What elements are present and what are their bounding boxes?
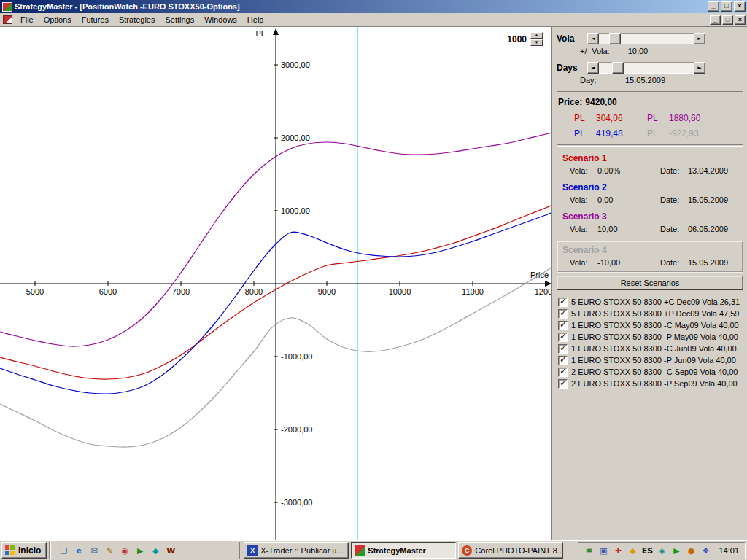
strategymaster-icon (355, 545, 365, 556)
player-icon[interactable]: ▶ (134, 545, 146, 556)
antivirus-icon[interactable]: ✚ (612, 545, 624, 556)
winamp-icon[interactable]: W (165, 545, 177, 556)
svg-text:-2000,00: -2000,00 (281, 425, 312, 434)
outlook-icon[interactable]: ✉ (88, 545, 100, 556)
position-label: 1 EURO STOXX 50 8300 -C Jun09 Vola 40,00 (571, 344, 737, 353)
vola-scroll-right-button[interactable]: ► (694, 33, 705, 44)
position-checkbox[interactable] (558, 332, 568, 342)
taskbar-separator (49, 542, 51, 559)
mdi-restore-button[interactable]: □ (722, 15, 733, 25)
position-checkbox[interactable] (558, 379, 568, 389)
mdi-minimize-button[interactable]: _ (710, 15, 721, 25)
maximize-button[interactable]: □ (721, 1, 732, 12)
position-checkbox[interactable] (558, 344, 568, 354)
menu-options[interactable]: Options (39, 14, 77, 26)
position-row: 2 EURO STOXX 50 8300 -P Sep09 Vola 40,00 (557, 378, 743, 389)
vola-readout-value: -10,00 (625, 47, 648, 55)
price-label: Price: (558, 97, 582, 107)
svg-text:-3000,00: -3000,00 (281, 498, 312, 507)
agent-icon[interactable]: ▶ (670, 545, 682, 556)
svg-text:5000: 5000 (26, 287, 44, 296)
reset-scenarios-button[interactable]: Reset Scenarios (557, 276, 743, 290)
position-checkbox[interactable] (558, 356, 568, 365)
display-icon[interactable]: ▣ (597, 545, 609, 556)
vola-scroll-left-button[interactable]: ◄ (587, 33, 599, 44)
position-row: 2 EURO STOXX 50 8300 -C Sep09 Vola 40,00 (557, 366, 743, 378)
internet-explorer-icon[interactable]: e (73, 545, 85, 556)
position-checkbox[interactable] (558, 368, 568, 377)
days-scroll-right-button[interactable]: ► (694, 62, 705, 74)
network-icon[interactable]: ❖ (700, 545, 711, 556)
volume-icon[interactable]: ● (685, 545, 697, 556)
svg-text:PL: PL (256, 29, 266, 38)
media-player-icon[interactable]: ◉ (119, 545, 131, 556)
svg-text:1000,00: 1000,00 (281, 206, 310, 215)
messenger-icon[interactable]: ◆ (150, 545, 161, 556)
days-scroll-thumb[interactable] (612, 62, 624, 74)
minimize-button[interactable]: _ (708, 1, 719, 12)
menu-futures[interactable]: Futures (77, 14, 114, 26)
vola-scroll-track[interactable] (599, 33, 694, 44)
scenario-1-date: Date:13.04.2009 (660, 166, 728, 175)
taskbar-separator (239, 542, 241, 559)
start-button[interactable]: Inicio (1, 542, 47, 559)
menu-strategies[interactable]: Strategies (114, 14, 160, 26)
scenario-3-section[interactable]: Scenario 3 Vola:10,00 Date:06.05.2009 (557, 211, 743, 233)
scenario-3-vola: Vola:10,00 (570, 225, 660, 233)
notes-icon[interactable]: ✎ (104, 545, 115, 556)
svg-text:7000: 7000 (172, 287, 190, 296)
scenario-2-section[interactable]: Scenario 2 Vola:0,00 Date:15.05.2009 (557, 182, 743, 204)
control-panel: Vola ◄ ► +/- Vola:-10,00 Days ◄ ► D (552, 27, 747, 540)
corel-icon: C (462, 545, 472, 556)
vola-scrollbar[interactable]: ◄ ► (587, 33, 705, 44)
firewall-icon[interactable]: ◈ (656, 545, 667, 556)
days-scroll-left-button[interactable]: ◄ (587, 62, 599, 74)
position-checkbox[interactable] (558, 321, 568, 330)
scheduler-icon[interactable]: ✱ (583, 545, 595, 556)
position-row: 1 EURO STOXX 50 8300 -P May09 Vola 40,00 (557, 331, 743, 343)
menu-windows[interactable]: Windows (199, 14, 242, 26)
price-value: 9420,00 (585, 97, 616, 107)
document-icon[interactable] (3, 15, 12, 24)
position-row: 1 EURO STOXX 50 8300 -C Jun09 Vola 40,00 (557, 343, 743, 354)
chart-area[interactable]: 500060007000800090001000011000120003000,… (0, 27, 552, 540)
pl-readout-scenario-2: PL419,48 (574, 128, 647, 139)
scenario-1-section[interactable]: Scenario 1 Vola:0,00% Date:13.04.2009 (557, 153, 743, 175)
scenario-1-vola: Vola:0,00% (570, 166, 660, 175)
menu-help[interactable]: Help (242, 14, 269, 26)
scenario-4-section[interactable]: Scenario 4 Vola:-10,00 Date:15.05.2009 (557, 241, 743, 273)
position-label: 1 EURO STOXX 50 8300 -P Jun09 Vola 40,00 (571, 356, 736, 365)
vola-readout-label: +/- Vola: (580, 47, 625, 55)
scenario-3-title: Scenario 3 (557, 211, 743, 222)
task-button-xtrader[interactable]: X X-Trader :: Publicar u... (244, 542, 349, 559)
svg-text:8000: 8000 (245, 287, 263, 296)
svg-text:9000: 9000 (318, 287, 336, 296)
task-button-corel[interactable]: C Corel PHOTO-PAINT 8... (458, 542, 563, 559)
taskbar: Inicio ❏ e ✉ ✎ ◉ ▶ ◆ W X X-Trader :: Pub… (0, 540, 747, 560)
mdi-close-button[interactable]: × (735, 15, 746, 25)
clock: 14:01 (714, 546, 739, 555)
vola-scroll-thumb[interactable] (609, 33, 621, 44)
system-tray: ✱ ▣ ✚ ◆ ES ◈ ▶ ● ❖ 14:01 (578, 542, 746, 559)
days-scroll-track[interactable] (599, 62, 694, 74)
update-icon[interactable]: ◆ (627, 545, 638, 556)
vola-readout: +/- Vola:-10,00 (580, 47, 743, 55)
step-spinner-value: 1000 (507, 34, 527, 44)
position-checkbox[interactable] (558, 309, 568, 319)
axis-labels: 500060007000800090001000011000120003000,… (26, 29, 552, 507)
spinner-up-button[interactable]: ▲ (530, 32, 543, 39)
position-row: 5 EURO STOXX 50 8300 +P Dec09 Vola 47,59 (557, 308, 743, 319)
position-checkbox[interactable] (558, 298, 568, 307)
day-readout-label: Day: (580, 76, 625, 85)
price-readout: Price:9420,00 (558, 97, 743, 107)
close-button[interactable]: × (734, 1, 746, 12)
spinner-down-button[interactable]: ▼ (530, 39, 543, 46)
menu-file[interactable]: File (15, 14, 39, 26)
menu-settings[interactable]: Settings (160, 14, 199, 26)
days-scrollbar[interactable]: ◄ ► (587, 62, 705, 74)
show-desktop-icon[interactable]: ❏ (58, 545, 69, 556)
day-readout-value: 15.05.2009 (625, 76, 665, 85)
position-label: 1 EURO STOXX 50 8300 -P May09 Vola 40,00 (571, 332, 738, 341)
language-indicator[interactable]: ES (641, 545, 653, 556)
task-button-strategymaster[interactable]: StrategyMaster (351, 542, 456, 559)
